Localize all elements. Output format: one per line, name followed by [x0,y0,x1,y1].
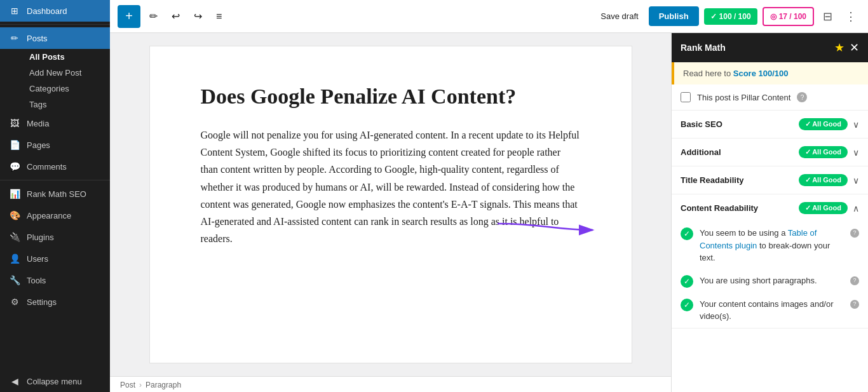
seo-score-badge[interactable]: ✓ 100 / 100 [704,8,757,25]
check-text-short-paragraphs: You are using short paragraphs. [700,274,844,287]
readability-score-value: 17 / 100 [779,12,806,21]
layout-toggle-button[interactable]: ⊟ [819,6,836,27]
save-draft-button[interactable]: Save draft [595,9,643,24]
pencil-icon: ✏ [149,10,158,22]
check-icon-short-paragraphs: ✓ [681,275,693,288]
posts-submenu: All Posts Add New Post Categories Tags [0,49,110,112]
media-icon: 🖼 [9,118,20,128]
pillar-help-icon[interactable]: ? [797,92,807,102]
sidebar-item-comments[interactable]: 💬 Comments [0,156,110,177]
rank-math-star-button[interactable]: ★ [834,41,844,55]
pillar-content-checkbox[interactable] [681,92,691,102]
users-icon: 👤 [9,253,20,264]
toc-plugin-link[interactable]: Table of Contents plugin [700,228,817,250]
sidebar-item-media[interactable]: 🖼 Media [0,112,110,134]
publish-button[interactable]: Publish [649,6,699,26]
sidebar: ⊞ Dashboard ✏ Posts All Posts Add New Po… [0,0,110,392]
sidebar-item-label: Comments [27,162,67,172]
sidebar-item-label: Rank Math SEO [27,189,86,199]
sidebar-item-rankmath[interactable]: 📊 Rank Math SEO [0,183,110,205]
more-options-button[interactable]: ⋮ [841,6,860,27]
readability-score-badge[interactable]: ◎ 17 / 100 [763,7,814,26]
dashboard-icon: ⊞ [9,6,20,16]
sidebar-item-pages[interactable]: 📄 Pages [0,134,110,156]
settings-icon: ⚙ [9,297,20,307]
rank-math-header-actions: ★ ✕ [834,41,859,55]
section-additional-header[interactable]: Additional ✓ All Good ∨ [672,139,868,166]
tools-icon: 🔧 [9,275,20,285]
additional-badge: ✓ All Good [799,146,848,158]
content-readability-badge-text: ✓ All Good [805,204,841,212]
short-paragraphs-help-icon[interactable]: ? [850,276,859,285]
sidebar-item-settings[interactable]: ⚙ Settings [0,291,110,313]
list-icon: ≡ [216,11,222,22]
editor-statusbar: Post › Paragraph [110,376,671,392]
sidebar-item-dashboard[interactable]: ⊞ Dashboard [0,0,110,22]
editor-wrapper: Does Google Penalize AI Content? Google … [110,33,868,392]
notice-text: Read here to [683,69,733,78]
section-additional: Additional ✓ All Good ∨ [672,139,868,166]
sidebar-item-posts[interactable]: ✏ Posts [0,27,110,49]
post-title[interactable]: Does Google Penalize AI Content? [201,84,581,109]
submenu-tags[interactable]: Tags [20,97,110,112]
sidebar-item-label: Appearance [27,211,71,220]
add-block-button[interactable]: + [118,5,140,28]
list-view-button[interactable]: ≡ [211,7,227,26]
section-content-readability-header[interactable]: Content Readability ✓ All Good ∧ [672,194,868,222]
sidebar-item-label: Media [27,119,49,128]
section-basic-seo: Basic SEO ✓ All Good ∨ [672,111,868,139]
images-help-icon[interactable]: ? [850,300,859,309]
breadcrumb-post[interactable]: Post [120,381,135,389]
redo-button[interactable]: ↪ [189,6,207,26]
breadcrumb-separator: › [139,381,142,389]
submenu-all-posts[interactable]: All Posts [20,49,110,65]
collapse-label: Collapse menu [27,377,82,386]
section-content-readability: Content Readability ✓ All Good ∧ ✓ You s… [672,194,868,328]
editor-area[interactable]: Does Google Penalize AI Content? Google … [110,33,671,392]
plus-icon: + [125,9,133,24]
sidebar-item-appearance[interactable]: 🎨 Appearance [0,205,110,226]
plugins-icon: 🔌 [9,232,20,242]
comments-icon: 💬 [9,161,20,172]
collapse-icon: ◀ [9,376,20,386]
check-item-images: ✓ Your content contains images and/or vi… [672,293,868,328]
submenu-categories[interactable]: Categories [20,81,110,97]
content-readability-chevron: ∧ [853,203,859,213]
additional-badge-text: ✓ All Good [805,148,841,156]
submenu-add-new[interactable]: Add New Post [20,65,110,81]
redo-icon: ↪ [194,10,202,22]
toc-help-icon[interactable]: ? [850,229,859,238]
rank-math-close-button[interactable]: ✕ [850,42,859,53]
sidebar-item-label: Tools [27,276,46,285]
more-icon: ⋮ [845,10,857,23]
collapse-menu-button[interactable]: ◀ Collapse menu [0,370,110,392]
content-readability-badge: ✓ All Good [799,202,848,214]
sidebar-item-label: Settings [27,297,57,307]
check-item-toc: ✓ You seem to be using a Table of Conten… [672,222,868,269]
seo-score-value: 100 / 100 [719,12,751,21]
seo-score-checkmark: ✓ [710,12,717,21]
undo-button[interactable]: ↩ [166,6,185,26]
check-text-images: Your content contains images and/or vide… [700,298,844,323]
rank-math-title: Rank Math [681,43,726,53]
sidebar-item-users[interactable]: 👤 Users [0,248,110,269]
section-basic-seo-title: Basic SEO [681,119,722,129]
edit-mode-button[interactable]: ✏ [144,6,163,26]
sidebar-item-tools[interactable]: 🔧 Tools [0,269,110,291]
sidebar-item-label: Plugins [27,233,54,242]
basic-seo-chevron: ∨ [853,119,859,130]
section-basic-seo-header[interactable]: Basic SEO ✓ All Good ∨ [672,111,868,138]
rank-math-body: Read here to Score 100/100 This post is … [672,62,868,392]
check-item-short-paragraphs: ✓ You are using short paragraphs. ? [672,269,868,293]
appearance-icon: 🎨 [9,210,20,220]
sidebar-item-plugins[interactable]: 🔌 Plugins [0,226,110,248]
title-readability-chevron: ∨ [853,175,859,186]
section-title-readability-header[interactable]: Title Readability ✓ All Good ∨ [672,166,868,194]
rankmath-icon: 📊 [9,189,20,199]
notice-link[interactable]: Score 100/100 [733,69,789,78]
title-readability-badge: ✓ All Good [799,174,848,186]
editor-toolbar: + ✏ ↩ ↪ ≡ Save draft Publish ✓ 100 / 100… [110,0,868,33]
editor-canvas[interactable]: Does Google Penalize AI Content? Google … [149,46,632,363]
basic-seo-badge: ✓ All Good [799,118,848,130]
star-icon: ★ [834,41,844,54]
